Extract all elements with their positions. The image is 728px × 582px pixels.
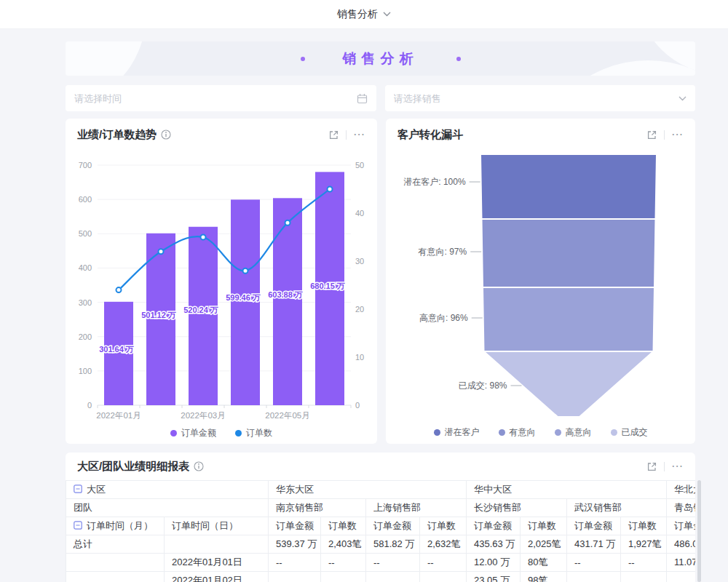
bar-value-label: 520.24 万 — [183, 306, 218, 314]
line-point[interactable] — [116, 287, 122, 292]
value-text: 12.00 万 — [474, 557, 510, 567]
line-point[interactable] — [159, 249, 164, 254]
line-point[interactable] — [201, 235, 206, 240]
metric-label: 订单金额 — [474, 520, 512, 531]
order-time-month-header: 订单时间（月） — [66, 517, 165, 535]
trend-legend: 订单金额订单数 — [66, 427, 377, 439]
banner-dot-icon — [301, 57, 305, 61]
team-row-header: 团队 — [66, 499, 269, 517]
divider — [664, 130, 665, 140]
scrollbar-thumb[interactable] — [697, 480, 701, 582]
legend-label: 有意向 — [510, 426, 536, 439]
metric-header: 订单金额 — [269, 517, 321, 535]
trend-card-title: 业绩/订单数趋势 — [77, 128, 157, 142]
value-cell: 2,025笔 — [521, 535, 567, 554]
value-cell: -- — [321, 554, 366, 572]
report-card-title: 大区/团队业绩明细报表 — [77, 460, 189, 474]
legend-item[interactable]: 有意向 — [499, 426, 536, 439]
funnel-segment[interactable] — [482, 219, 656, 287]
chevron-down-icon[interactable] — [383, 12, 391, 17]
metric-header: 订单数 — [420, 517, 467, 535]
table-row: 2022年01月02日23.05 万98笔 — [66, 572, 696, 582]
bar[interactable] — [273, 198, 302, 405]
value-text: 2,403笔 — [328, 538, 362, 549]
funnel-chart[interactable]: 潜在客户: 100%有意向: 97%高意向: 96%已成交: 98% — [386, 151, 695, 423]
left-axis-label: 100 — [79, 367, 92, 375]
day-cell — [165, 535, 269, 554]
trend-card: 业绩/订单数趋势 ⋯ — [66, 119, 377, 444]
collapse-icon[interactable] — [74, 521, 82, 532]
legend-item[interactable]: 订单数 — [235, 427, 272, 439]
funnel-card-header: 客户转化漏斗 ⋯ — [386, 119, 695, 151]
expand-icon[interactable] — [328, 129, 339, 140]
bar[interactable] — [231, 199, 260, 405]
month-cell — [66, 554, 165, 572]
legend-dot-icon — [235, 430, 242, 436]
more-icon[interactable]: ⋯ — [671, 131, 684, 138]
legend-item[interactable]: 潜在客户 — [434, 426, 480, 439]
team-name: 南京销售部 — [276, 502, 323, 513]
banner-decoration — [531, 60, 695, 76]
info-icon[interactable] — [161, 129, 171, 140]
time-filter-input[interactable] — [74, 93, 357, 104]
legend-item[interactable]: 高意向 — [555, 426, 592, 439]
region-header: 华东大区 — [269, 481, 467, 499]
legend-item[interactable]: 已成交 — [611, 426, 648, 439]
expand-icon[interactable] — [646, 129, 657, 140]
value-cell — [269, 572, 321, 582]
region-name: 华东大区 — [276, 484, 314, 495]
value-cell: 486.06 万 — [667, 535, 696, 554]
metric-header: 订单数 — [621, 517, 667, 535]
report-card: 大区/团队业绩明细报表 ⋯ 大区华东大区华中 — [66, 453, 695, 582]
bar-value-label: 501.12 万 — [141, 311, 176, 319]
info-icon[interactable] — [194, 461, 204, 471]
team-header-row: 团队南京销售部上海销售部长沙销售部武汉销售部青岛销售部 — [66, 499, 696, 517]
metric-label: 订单金额 — [574, 520, 612, 531]
line-point[interactable] — [328, 187, 333, 192]
trend-chart[interactable]: 700600500400300200100050403020100301.64 … — [66, 151, 377, 424]
more-icon[interactable]: ⋯ — [353, 131, 365, 138]
metric-label: 订单数 — [528, 520, 556, 531]
value-text: 486.06 万 — [674, 538, 695, 549]
bar-value-label: 599.46 万 — [226, 293, 261, 302]
filter-bar — [66, 85, 695, 111]
value-cell: 80笔 — [521, 554, 567, 572]
metric-header: 订单金额 — [467, 517, 521, 535]
value-cell: 2,632笔 — [420, 535, 467, 554]
order-time-month-label: 订单时间（月） — [87, 520, 153, 531]
value-cell: 539.37 万 — [269, 535, 321, 554]
calendar-icon[interactable] — [357, 93, 368, 104]
line-point[interactable] — [243, 268, 248, 274]
line-point[interactable] — [285, 220, 290, 226]
page-title[interactable]: 销售分析 — [337, 8, 378, 21]
right-axis-label: 10 — [355, 353, 364, 362]
sales-filter[interactable] — [385, 85, 696, 111]
legend-label: 订单数 — [246, 427, 272, 439]
expand-icon[interactable] — [646, 461, 657, 472]
bar-value-label: 301.64 万 — [99, 345, 134, 354]
sales-filter-input[interactable] — [394, 93, 679, 104]
divider — [664, 462, 665, 471]
legend-item[interactable]: 订单金额 — [170, 427, 216, 439]
bar[interactable] — [189, 227, 218, 405]
trend-card-header: 业绩/订单数趋势 ⋯ — [66, 119, 377, 151]
left-axis-label: 700 — [79, 161, 92, 170]
funnel-segment[interactable] — [480, 154, 657, 219]
time-filter[interactable] — [66, 85, 376, 111]
value-cell: 431.71 万 — [567, 535, 621, 554]
value-text: -- — [574, 557, 581, 568]
collapse-icon[interactable] — [74, 485, 82, 495]
value-text: 539.37 万 — [276, 538, 317, 549]
legend-label: 已成交 — [622, 426, 648, 439]
left-axis-label: 200 — [79, 332, 92, 341]
metric-header: 订单数 — [321, 517, 366, 535]
bar-value-label: 603.88 万 — [268, 290, 303, 299]
value-text: -- — [373, 557, 380, 568]
funnel-segment[interactable] — [483, 287, 654, 351]
chevron-down-icon[interactable] — [678, 96, 687, 101]
value-cell: 11.07 万 — [667, 554, 696, 572]
funnel-segment[interactable] — [484, 351, 654, 417]
month-text: 总计 — [74, 538, 92, 549]
right-axis-label: 30 — [355, 257, 364, 266]
more-icon[interactable]: ⋯ — [671, 463, 684, 470]
